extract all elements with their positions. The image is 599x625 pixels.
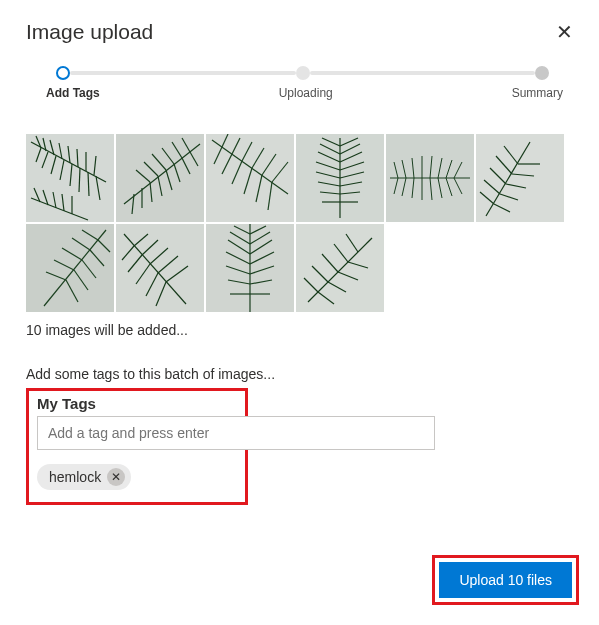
- image-thumbnail[interactable]: [296, 134, 384, 222]
- tags-instruction: Add some tags to this batch of images...: [26, 366, 579, 382]
- thumbnail-grid: [26, 134, 579, 312]
- tag-input[interactable]: [37, 416, 435, 450]
- progress-label: Add Tags: [46, 86, 100, 100]
- image-thumbnail[interactable]: [116, 224, 204, 312]
- progress-label: Summary: [512, 86, 563, 100]
- image-thumbnail[interactable]: [206, 134, 294, 222]
- progress-indicator: [26, 66, 579, 86]
- image-thumbnail[interactable]: [26, 224, 114, 312]
- upload-button-highlight: Upload 10 files: [432, 555, 579, 605]
- close-icon[interactable]: ✕: [550, 20, 579, 44]
- image-thumbnail[interactable]: [386, 134, 474, 222]
- image-thumbnail[interactable]: [116, 134, 204, 222]
- progress-step-summary: [535, 66, 549, 80]
- image-thumbnail[interactable]: [26, 134, 114, 222]
- upload-status-text: 10 images will be added...: [26, 322, 579, 338]
- progress-step-add-tags: [56, 66, 70, 80]
- svg-rect-90: [476, 134, 564, 222]
- tag-chip[interactable]: hemlock ✕: [37, 464, 131, 490]
- progress-label: Uploading: [279, 86, 333, 100]
- upload-button[interactable]: Upload 10 files: [439, 562, 572, 598]
- remove-tag-icon[interactable]: ✕: [107, 468, 125, 486]
- svg-rect-0: [26, 134, 114, 222]
- svg-rect-24: [116, 134, 204, 222]
- my-tags-section: My Tags hemlock ✕: [26, 388, 248, 505]
- dialog-title: Image upload: [26, 20, 153, 44]
- progress-labels: Add Tags Uploading Summary: [26, 86, 579, 100]
- tag-chip-label: hemlock: [49, 469, 101, 485]
- svg-rect-114: [116, 224, 204, 312]
- svg-rect-142: [296, 224, 384, 312]
- my-tags-title: My Tags: [37, 395, 237, 412]
- progress-step-uploading: [296, 66, 310, 80]
- image-thumbnail[interactable]: [476, 134, 564, 222]
- svg-rect-40: [206, 134, 294, 222]
- image-thumbnail[interactable]: [296, 224, 384, 312]
- image-thumbnail[interactable]: [206, 224, 294, 312]
